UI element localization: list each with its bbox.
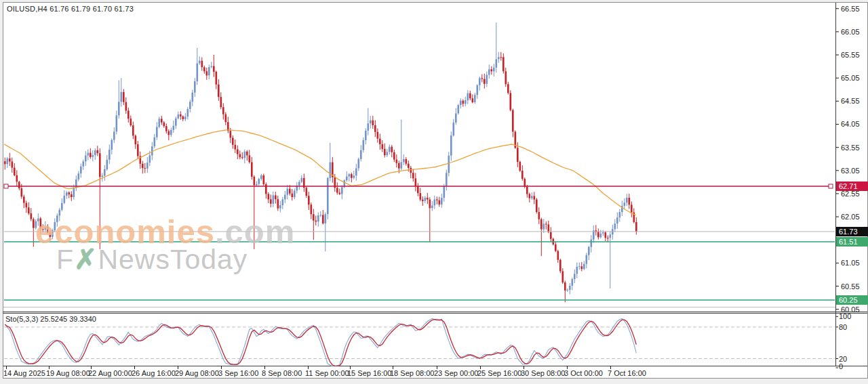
time-tick-label: 29 Aug 08:00: [175, 368, 219, 378]
price-chart-canvas[interactable]: [0, 0, 868, 384]
time-tick-label: 3 Oct 00:00: [564, 368, 603, 378]
time-tick-label: 14 Aug 2025: [3, 368, 45, 378]
time-tick-label: 7 Oct 16:00: [608, 368, 646, 378]
time-tick-label: 11 Sep 00:00: [305, 368, 349, 378]
time-tick-label: 19 Aug 08:00: [46, 368, 90, 378]
time-tick-label: 3 Sep 16:00: [218, 368, 258, 378]
support-price-badge: 60.25: [836, 295, 868, 305]
price-tick-label: 60.55: [841, 282, 860, 291]
time-tick-label: 25 Sep 16:00: [477, 368, 521, 378]
stoch-scale-label: 100: [839, 312, 851, 321]
current-price-badge: 61.73: [836, 227, 868, 236]
time-tick-label: 30 Sep 08:00: [521, 368, 565, 378]
price-tick-label: 66.55: [841, 4, 860, 14]
trading-chart-window: OILUSD,H4 61.76 61.79 61.70 61.73 Sto(5,…: [0, 0, 868, 384]
price-tick-label: 63.05: [841, 166, 860, 175]
stoch-scale-label: 0: [839, 362, 843, 371]
stoch-scale-label: 80: [839, 322, 847, 332]
price-tick-label: 64.55: [841, 96, 860, 106]
time-tick-label: 23 Sep 00:00: [434, 368, 478, 378]
price-tick-label: 63.55: [841, 143, 860, 152]
time-tick-label: 22 Aug 00:00: [88, 368, 132, 378]
price-tick-label: 65.55: [841, 50, 860, 60]
time-tick-label: 15 Sep 16:00: [347, 368, 391, 378]
price-tick-label: 61.05: [841, 258, 860, 268]
price-tick-label: 65.05: [841, 73, 860, 83]
price-tick-label: 62.05: [841, 212, 860, 221]
price-tick-label: 64.05: [841, 119, 860, 129]
time-tick-label: 26 Aug 16:00: [132, 368, 176, 378]
support-price-badge: 61.51: [836, 237, 868, 247]
stochastic-indicator-label: Sto(5,3,3) 25.5245 39.3340: [5, 314, 96, 324]
trend-price-badge: 62.71: [836, 182, 868, 191]
price-tick-label: 66.05: [841, 27, 860, 37]
chart-symbol-title: OILUSD,H4 61.76 61.79 61.70 61.73: [7, 4, 134, 14]
time-tick-label: 8 Sep 08:00: [262, 368, 302, 378]
time-tick-label: 18 Sep 08:00: [390, 368, 434, 378]
